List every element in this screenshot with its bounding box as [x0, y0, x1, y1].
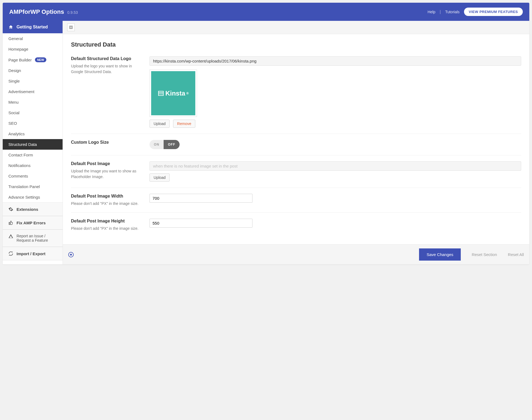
upload-button[interactable]: Upload [150, 173, 170, 182]
thumbs-up-icon [8, 220, 13, 225]
svg-point-5 [70, 254, 72, 255]
field-custom-logo-size: Custom Logo Size ON OFF [71, 134, 521, 155]
width-input[interactable] [150, 194, 252, 203]
toggle-on[interactable]: ON [150, 140, 164, 149]
field-label: Default Structured Data Logo [71, 56, 139, 61]
field-desc: Upload the logo you want to show in Goog… [71, 63, 139, 75]
sidebar-item-contact-form[interactable]: Contact Form [3, 150, 63, 160]
logo-preview: Kinsta® [150, 70, 197, 117]
home-icon [8, 25, 13, 29]
field-label: Custom Logo Size [71, 140, 139, 145]
sidebar-item-general[interactable]: General [3, 33, 63, 44]
reset-section-link[interactable]: Reset Section [472, 252, 497, 257]
warning-icon [8, 234, 13, 239]
field-desc: Please don't add "PX" in the image size. [71, 201, 139, 206]
topbar [63, 21, 529, 34]
post-image-field[interactable]: when there is no featured image set in t… [150, 161, 521, 171]
field-desc: Please don't add "PX" in the image size. [71, 226, 139, 231]
sidebar-item-page-builder[interactable]: Page Builder NEW [3, 54, 63, 65]
field-label: Default Post Image Width [71, 194, 139, 199]
svg-rect-0 [70, 26, 73, 29]
toggle-custom-size[interactable]: ON OFF [150, 140, 180, 149]
sidebar-label: Getting Started [17, 25, 48, 29]
reset-all-link[interactable]: Reset All [508, 252, 524, 257]
field-label: Default Post Image Height [71, 219, 139, 224]
sidebar-item-design[interactable]: Design [3, 65, 63, 76]
save-button[interactable]: Save Changes [419, 248, 461, 261]
field-desc: Upload the Image you want to show as Pla… [71, 168, 139, 180]
sidebar-item-report-issue[interactable]: Report an Issue /Request a Feature [3, 229, 63, 247]
height-input[interactable] [150, 219, 252, 228]
sidebar-item-comments[interactable]: Comments [3, 171, 63, 181]
gear-icon [8, 207, 13, 212]
upload-button[interactable]: Upload [150, 120, 170, 128]
app-version: 0.9.53 [67, 10, 78, 15]
sidebar-item-extensions[interactable]: Extensions [3, 202, 63, 216]
sidebar-item-advertisement[interactable]: Advertisement [3, 86, 63, 97]
sidebar-item-homepage[interactable]: Homepage [3, 44, 63, 54]
field-structured-data-logo: Default Structured Data Logo Upload the … [71, 56, 521, 134]
footer-bar: Save Changes Reset Section Reset All [63, 244, 529, 264]
toggle-off[interactable]: OFF [164, 140, 180, 149]
premium-button[interactable]: VIEW PREMIUM FEATURES [464, 8, 523, 16]
help-link[interactable]: Help [427, 10, 435, 14]
sidebar-item-advance-settings[interactable]: Advance Settings [3, 192, 63, 202]
remove-button[interactable]: Remove [173, 120, 195, 128]
logo-brand: Kinsta [165, 90, 185, 97]
sidebar-item-single[interactable]: Single [3, 76, 63, 86]
field-default-post-image: Default Post Image Upload the Image you … [71, 155, 521, 188]
sidebar-item-translation-panel[interactable]: Translation Panel [3, 181, 63, 192]
app-title: AMPforWP Options [9, 8, 64, 15]
sidebar-item-analytics[interactable]: Analytics [3, 129, 63, 139]
new-badge: NEW [35, 57, 46, 62]
separator: | [440, 9, 441, 14]
sidebar-item-fix-amp[interactable]: Fix AMP Errors [3, 216, 63, 229]
page-title: Structured Data [71, 41, 521, 48]
info-icon[interactable] [68, 252, 74, 257]
bars-icon [158, 90, 164, 97]
field-default-post-image-height: Default Post Image Height Please don't a… [71, 213, 521, 237]
field-default-post-image-width: Default Post Image Width Please don't ad… [71, 188, 521, 213]
sidebar-item-menu[interactable]: Menu [3, 97, 63, 107]
logo-url-field[interactable]: https://kinsta.com/wp-content/uploads/20… [150, 56, 521, 66]
sidebar-item-notifications[interactable]: Notifications [3, 160, 63, 171]
expand-button[interactable] [67, 24, 75, 31]
sidebar-item-import-export[interactable]: Import / Export [3, 247, 63, 260]
sidebar-item-social[interactable]: Social [3, 107, 63, 118]
svg-rect-2 [158, 91, 163, 96]
field-label: Default Post Image [71, 161, 139, 166]
tutorials-link[interactable]: Tutorials [445, 10, 459, 14]
svg-rect-1 [70, 27, 72, 28]
sidebar-item-seo[interactable]: SEO [3, 118, 63, 129]
sidebar: Getting Started General Homepage Page Bu… [3, 21, 63, 264]
sidebar-item-getting-started[interactable]: Getting Started [3, 21, 63, 33]
sidebar-item-structured-data[interactable]: Structured Data [3, 139, 63, 150]
refresh-icon [8, 251, 13, 256]
header-bar: AMPforWP Options 0.9.53 Help | Tutorials… [3, 3, 529, 21]
